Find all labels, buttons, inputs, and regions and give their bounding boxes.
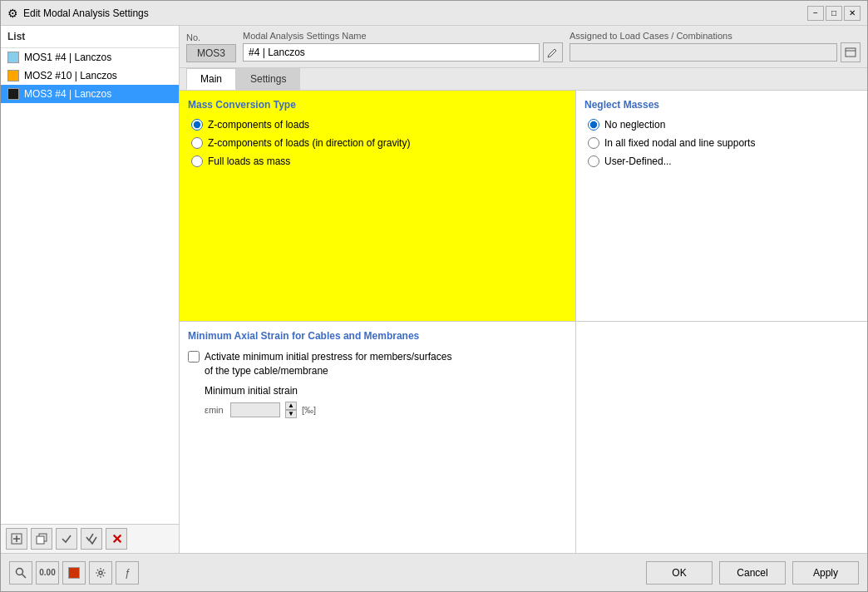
check-button[interactable] bbox=[56, 528, 77, 550]
radio-z-gravity-label: Z-components of loads (in direction of g… bbox=[208, 137, 410, 149]
strain-unit: [‰] bbox=[302, 405, 316, 415]
radio-user-defined-input[interactable] bbox=[588, 155, 599, 167]
footer-right: OK Cancel Apply bbox=[646, 561, 859, 585]
formula-footer-button[interactable]: ƒ bbox=[116, 561, 139, 585]
close-button[interactable]: ✕ bbox=[844, 6, 861, 21]
main-window: ⚙ Edit Modal Analysis Settings − □ ✕ Lis… bbox=[0, 0, 868, 592]
name-input[interactable] bbox=[243, 43, 540, 62]
min-axial-strain-panel: Minimum Axial Strain for Cables and Memb… bbox=[180, 322, 576, 553]
min-axial-title: Minimum Axial Strain for Cables and Memb… bbox=[188, 330, 567, 342]
footer-left: 0.00 ƒ bbox=[9, 561, 139, 585]
radio-full-loads-label: Full loads as mass bbox=[208, 155, 290, 167]
radio-no-neglection[interactable]: No neglection bbox=[588, 119, 859, 131]
mos1-label: MOS1 #4 | Lanczos bbox=[24, 52, 111, 63]
radio-z-gravity[interactable]: Z-components of loads (in direction of g… bbox=[191, 137, 567, 149]
radio-user-defined[interactable]: User-Defined... bbox=[588, 155, 859, 167]
window-icon: ⚙ bbox=[7, 7, 18, 20]
minimize-button[interactable]: − bbox=[807, 6, 824, 21]
name-edit-button[interactable] bbox=[543, 42, 563, 62]
top-header: No. MOS3 Modal Analysis Settings Name As… bbox=[180, 26, 867, 68]
mass-conversion-title: Mass Conversion Type bbox=[188, 99, 567, 111]
min-strain-label: Minimum initial strain bbox=[188, 385, 567, 397]
bottom-right-panel bbox=[576, 322, 867, 553]
color-footer-button[interactable] bbox=[62, 561, 86, 585]
svg-point-9 bbox=[99, 571, 102, 575]
value-footer-button[interactable]: 0.00 bbox=[36, 561, 59, 585]
strain-input[interactable] bbox=[230, 402, 280, 417]
restore-button[interactable]: □ bbox=[826, 6, 842, 21]
window-footer: 0.00 ƒ OK Cancel Apply bbox=[1, 553, 867, 591]
sidebar-header: List bbox=[1, 26, 179, 48]
radio-z-gravity-input[interactable] bbox=[191, 137, 203, 149]
activate-prestress-checkbox[interactable] bbox=[188, 351, 200, 363]
mos2-label: MOS2 #10 | Lanczos bbox=[24, 70, 117, 81]
spinner-down[interactable]: ▼ bbox=[285, 410, 297, 418]
strain-row: εmin ▲ ▼ [‰] bbox=[188, 402, 567, 418]
radio-full-loads[interactable]: Full loads as mass bbox=[191, 155, 567, 167]
strain-spinner: ▲ ▼ bbox=[285, 402, 297, 418]
mos3-color-swatch bbox=[7, 88, 19, 100]
radio-z-components-input[interactable] bbox=[191, 119, 203, 131]
sidebar-item-mos2[interactable]: MOS2 #10 | Lanczos bbox=[1, 67, 179, 85]
svg-rect-5 bbox=[846, 48, 856, 57]
svg-line-8 bbox=[22, 574, 27, 578]
assigned-row bbox=[570, 42, 861, 62]
svg-point-7 bbox=[17, 568, 23, 575]
spinner-up[interactable]: ▲ bbox=[285, 402, 297, 410]
title-bar-controls: − □ ✕ bbox=[807, 6, 861, 21]
checkbox-label-line1: Activate minimum initial prestress for m… bbox=[205, 351, 451, 363]
radio-full-loads-input[interactable] bbox=[191, 155, 203, 167]
radio-user-defined-label: User-Defined... bbox=[604, 155, 672, 167]
sidebar-item-mos1[interactable]: MOS1 #4 | Lanczos bbox=[1, 48, 179, 67]
radio-no-neglection-input[interactable] bbox=[588, 119, 599, 131]
neglect-masses-options: No neglection In all fixed nodal and lin… bbox=[584, 119, 859, 167]
apply-button[interactable]: Apply bbox=[792, 561, 859, 585]
sidebar-list: MOS1 #4 | Lanczos MOS2 #10 | Lanczos MOS… bbox=[1, 48, 179, 524]
tab-settings[interactable]: Settings bbox=[236, 68, 300, 90]
ok-button[interactable]: OK bbox=[646, 561, 713, 585]
neglect-masses-panel: Neglect Masses No neglection In all fixe… bbox=[576, 91, 867, 322]
mass-conversion-options: Z-components of loads Z-components of lo… bbox=[188, 119, 567, 167]
radio-fixed-nodal-label: In all fixed nodal and line supports bbox=[604, 137, 755, 149]
title-bar-left: ⚙ Edit Modal Analysis Settings bbox=[7, 7, 149, 20]
radio-z-components-label: Z-components of loads bbox=[208, 119, 309, 131]
add-button[interactable] bbox=[6, 528, 27, 550]
activate-prestress-label: Activate minimum initial prestress for m… bbox=[205, 350, 451, 378]
tab-content: Mass Conversion Type Z-components of loa… bbox=[180, 91, 867, 553]
search-footer-button[interactable] bbox=[9, 561, 32, 585]
content-area: List MOS1 #4 | Lanczos MOS2 #10 | Lanczo… bbox=[1, 26, 867, 553]
tab-bar: Main Settings bbox=[180, 68, 867, 91]
mos1-color-swatch bbox=[7, 52, 19, 63]
activate-prestress-row: Activate minimum initial prestress for m… bbox=[188, 350, 567, 378]
radio-fixed-nodal-input[interactable] bbox=[588, 137, 599, 149]
name-section: Modal Analysis Settings Name bbox=[243, 31, 563, 62]
name-input-row bbox=[243, 42, 563, 62]
assigned-label: Assigned to Load Cases / Combinations bbox=[570, 31, 861, 41]
svg-rect-4 bbox=[37, 536, 44, 544]
check-all-button[interactable] bbox=[81, 528, 102, 550]
mos3-label: MOS3 #4 | Lanczos bbox=[24, 88, 111, 100]
settings-footer-button[interactable] bbox=[89, 561, 112, 585]
cancel-button[interactable]: Cancel bbox=[719, 561, 786, 585]
copy-button[interactable] bbox=[31, 528, 52, 550]
no-section: No. MOS3 bbox=[186, 32, 236, 62]
assigned-section: Assigned to Load Cases / Combinations bbox=[570, 31, 861, 62]
strain-label: εmin bbox=[205, 405, 225, 415]
title-bar: ⚙ Edit Modal Analysis Settings − □ ✕ bbox=[1, 1, 867, 26]
sidebar-item-mos3[interactable]: MOS3 #4 | Lanczos bbox=[1, 85, 179, 103]
neglect-masses-title: Neglect Masses bbox=[584, 99, 859, 111]
main-panel: No. MOS3 Modal Analysis Settings Name As… bbox=[180, 26, 867, 553]
window-title: Edit Modal Analysis Settings bbox=[23, 7, 149, 19]
no-value: MOS3 bbox=[186, 44, 236, 62]
sidebar: List MOS1 #4 | Lanczos MOS2 #10 | Lanczo… bbox=[1, 26, 180, 553]
delete-button[interactable]: ✕ bbox=[106, 528, 127, 550]
assigned-edit-button[interactable] bbox=[841, 42, 861, 62]
tab-main[interactable]: Main bbox=[186, 68, 236, 90]
radio-z-components[interactable]: Z-components of loads bbox=[191, 119, 567, 131]
name-label: Modal Analysis Settings Name bbox=[243, 31, 563, 41]
assigned-input[interactable] bbox=[570, 43, 837, 62]
radio-fixed-nodal[interactable]: In all fixed nodal and line supports bbox=[588, 137, 859, 149]
no-label: No. bbox=[186, 32, 236, 42]
mos2-color-swatch bbox=[7, 70, 19, 81]
radio-no-neglection-label: No neglection bbox=[604, 119, 665, 131]
